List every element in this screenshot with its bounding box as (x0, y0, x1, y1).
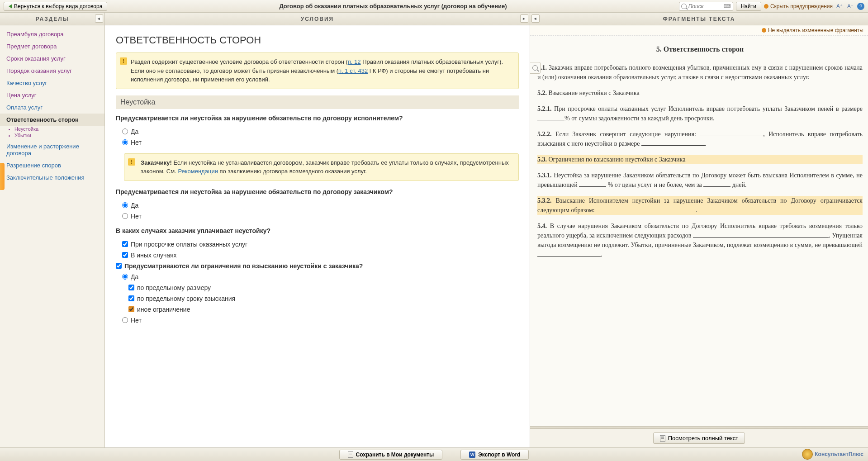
section-item-preamble[interactable]: Преамбула договора (0, 28, 104, 40)
section-item-change[interactable]: Изменение и расторжение договора (0, 140, 104, 159)
section-item-disputes[interactable]: Разрешение споров (0, 159, 104, 171)
back-button-label: Вернуться к выбору вида договора (14, 3, 102, 10)
blank-field (693, 237, 829, 238)
page-title: Договор об оказании платных образователь… (107, 3, 678, 10)
blank-field (537, 256, 601, 257)
q4-yes[interactable]: Да (122, 271, 519, 282)
search-box[interactable]: ⌨ (679, 2, 733, 11)
conditions-body[interactable]: ОТВЕТСТВЕННОСТЬ СТОРОН ! Раздел содержит… (105, 25, 530, 447)
logo-icon (802, 449, 813, 460)
question-when-penalty: В каких случаях заказчик уплачивает неус… (116, 227, 519, 234)
document-icon (660, 435, 665, 442)
fragments-header: ◂ ФРАГМЕНТЫ ТЕКСТА (530, 13, 868, 25)
link-recommendations[interactable]: Рекомендации (178, 168, 218, 175)
back-button[interactable]: Вернуться к выбору вида договора (4, 2, 107, 11)
search-icon (532, 65, 538, 71)
link-st432[interactable]: п. 1 ст. 432 (338, 67, 368, 74)
section-sub-penalty[interactable]: Неустойка (14, 126, 104, 132)
warning-icon: ! (128, 158, 135, 166)
view-full-text-button[interactable]: Посмотреть полный текст (653, 432, 745, 444)
customer-warning-box: ! Заказчику! Если неустойка не устанавли… (124, 153, 519, 181)
warning-dot-icon (764, 4, 768, 9)
link-p12[interactable]: п. 12 (348, 58, 361, 65)
q4-limit-other[interactable]: иное ограничение (128, 304, 519, 315)
keyboard-icon[interactable]: ⌨ (724, 3, 731, 9)
q4-master-checkbox[interactable] (116, 263, 122, 269)
section-sub-list: Неустойка Убытки (14, 126, 104, 140)
search-input[interactable] (687, 3, 723, 10)
section-item-final[interactable]: Заключительные положения (0, 171, 104, 184)
blank-field (579, 186, 606, 187)
side-tab-handle[interactable] (0, 163, 5, 190)
blank-field (537, 120, 564, 120)
essential-warning-box: ! Раздел содержит существенное условие д… (116, 52, 519, 89)
conditions-header: УСЛОВИЯ ▸ (105, 13, 530, 25)
blank-field (703, 186, 730, 187)
question-limits: Предусматриваются ли ограничения по взыс… (124, 262, 363, 270)
doc-section-title: 5. Ответственность сторон (537, 44, 863, 55)
q4-limit-term[interactable]: по предельному сроку взыскания (128, 293, 519, 304)
section-item-quality[interactable]: Качество услуг (0, 77, 104, 89)
word-icon: W (469, 451, 475, 458)
export-word-button[interactable]: W Экспорт в Word (460, 450, 529, 460)
section-item-liability[interactable]: Ответственность сторон (0, 114, 104, 126)
section-sub-losses[interactable]: Убытки (14, 132, 104, 138)
sections-list: Преамбула договора Предмет договора Срок… (0, 25, 104, 447)
footer-toolbar: Сохранить в Мои документы W Экспорт в Wo… (0, 447, 868, 461)
save-button[interactable]: Сохранить в Мои документы (339, 450, 443, 460)
document-text: 5. Ответственность сторон 5.1. Заказчик … (535, 44, 865, 259)
fragments-body[interactable]: 5. Ответственность сторон 5.1. Заказчик … (530, 36, 868, 426)
highlighted-p532: 5.3.2. Взыскание Исполнителем неустойки … (537, 196, 863, 215)
expand-conditions-button[interactable]: ▸ (520, 14, 528, 23)
no-highlight-toggle[interactable]: Не выделять измененные фрагменты (530, 25, 868, 36)
top-toolbar: Вернуться к выбору вида договора Договор… (0, 0, 868, 13)
font-increase-button[interactable]: A⁺ (835, 2, 844, 10)
section-item-terms[interactable]: Сроки оказания услуг (0, 52, 104, 65)
fragments-panel: ◂ ФРАГМЕНТЫ ТЕКСТА Не выделять измененны… (530, 13, 868, 447)
q3-late-payment[interactable]: При просрочке оплаты оказанных услуг (122, 239, 519, 250)
sidebar-header: РАЗДЕЛЫ ◂ (0, 13, 104, 25)
section-item-price[interactable]: Цена услуг (0, 89, 104, 101)
q4-no[interactable]: Нет (122, 315, 519, 326)
blank-field (596, 212, 696, 212)
conditions-panel: УСЛОВИЯ ▸ ОТВЕТСТВЕННОСТЬ СТОРОН ! Разде… (105, 13, 530, 447)
q1-yes[interactable]: Да (122, 126, 519, 137)
q1-no[interactable]: Нет (122, 137, 519, 148)
search-in-doc-button[interactable] (530, 62, 541, 74)
sections-sidebar: РАЗДЕЛЫ ◂ Преамбула договора Предмет дог… (0, 13, 105, 447)
font-decrease-button[interactable]: A⁻ (846, 2, 854, 10)
collapse-sidebar-button[interactable]: ◂ (95, 14, 103, 23)
section-item-order[interactable]: Порядок оказания услуг (0, 65, 104, 77)
save-icon (348, 451, 353, 458)
blank-field (700, 136, 763, 136)
question-executor-penalty: Предусматривается ли неустойка за наруше… (116, 114, 519, 122)
brand-logo[interactable]: КонсультантПлюс (802, 449, 863, 460)
search-icon (681, 4, 687, 9)
highlighted-p53: 5.3. Ограничения по взысканию неустойки … (537, 155, 863, 164)
subhead-penalty: Неустойка (116, 95, 519, 109)
main-area: РАЗДЕЛЫ ◂ Преамбула договора Предмет дог… (0, 13, 868, 447)
q3-other-cases[interactable]: В иных случаях (122, 250, 519, 261)
highlight-dot-icon (762, 28, 766, 33)
conditions-title: ОТВЕТСТВЕННОСТЬ СТОРОН (116, 34, 519, 46)
q4-limit-size[interactable]: по предельному размеру (128, 282, 519, 293)
expand-fragments-button[interactable]: ◂ (531, 14, 540, 23)
q2-yes[interactable]: Да (122, 200, 519, 211)
question-customer-penalty: Предусматривается ли неустойка за наруше… (116, 188, 519, 195)
find-button[interactable]: Найти (736, 2, 761, 11)
q2-no[interactable]: Нет (122, 211, 519, 222)
hide-warnings-button[interactable]: Скрыть предупреждения (764, 3, 833, 10)
help-button[interactable]: ? (857, 3, 864, 10)
arrow-left-icon (9, 4, 12, 9)
blank-field (641, 145, 705, 146)
section-item-subject[interactable]: Предмет договора (0, 40, 104, 52)
section-item-payment[interactable]: Оплата услуг (0, 101, 104, 114)
warning-icon: ! (120, 57, 127, 65)
